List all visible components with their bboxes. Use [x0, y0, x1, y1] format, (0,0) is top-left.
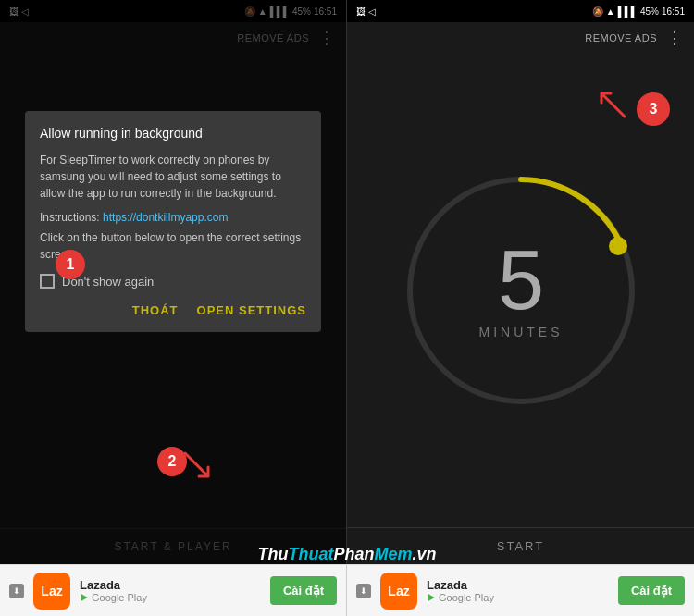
play-store-icon-left [80, 593, 89, 602]
mute-icon-right: 🔕 [592, 6, 603, 17]
watermark-phan: Phan [333, 545, 374, 563]
watermark-thuat: Thuat [288, 545, 333, 563]
install-btn-right[interactable]: Cài đặt [618, 576, 685, 605]
dialog-buttons: THOÁT OPEN SETTINGS [40, 303, 306, 317]
dialog-title: Allow running in background [40, 126, 306, 141]
ad-info-left: Lazada Google Play [80, 578, 261, 603]
dialog-body-text: For SleepTimer to work correctly on phon… [40, 152, 306, 202]
watermark-text: ThuThuatPhanMem.vn [257, 545, 436, 563]
signal-icon-right: ◁ [368, 6, 376, 17]
timer-area-right: 5 MINUTES 3 [347, 54, 694, 527]
step-3-arrow [592, 80, 638, 126]
dialog-overlay: Allow running in background For SleepTim… [0, 0, 346, 564]
ad-banners-row: ⬇ Laz Lazada Google Play Cài đặt ⬇ Laz L… [0, 564, 694, 616]
screens-container: 🖼 ◁ 🔕 ▲ ▌▌▌ 45% 16:51 REMOVE ADS ⋮ [0, 0, 694, 564]
watermark: ThuThuatPhanMem.vn [257, 545, 436, 564]
ad-banner-left: ⬇ Laz Lazada Google Play Cài đặt [0, 564, 347, 616]
menu-dots-right[interactable]: ⋮ [666, 30, 683, 46]
right-screen: 🖼 ◁ 🔕 ▲ ▌▌▌ 45% 16:51 REMOVE ADS ⋮ [347, 0, 694, 564]
dialog-box: Allow running in background For SleepTim… [25, 111, 321, 332]
ad-name-left: Lazada [80, 578, 261, 592]
step-2-arrow [180, 449, 217, 486]
svg-point-4 [609, 237, 627, 255]
open-settings-button[interactable]: OPEN SETTINGS [197, 303, 306, 317]
ad-info-right: Lazada Google Play [427, 578, 609, 603]
battery-right: 45% [640, 6, 659, 17]
wifi-icon-right: ▲ [606, 6, 615, 17]
exit-button[interactable]: THOÁT [132, 303, 179, 317]
install-btn-left[interactable]: Cài đặt [270, 576, 337, 605]
signal-bars-right: ▌▌▌ [618, 6, 638, 17]
play-store-icon-right [427, 593, 436, 602]
step-3-circle: 3 [637, 92, 670, 126]
status-left-icons-right: 🖼 ◁ [356, 6, 376, 17]
dont-show-checkbox[interactable] [40, 274, 55, 289]
watermark-thu: Thu [257, 545, 288, 563]
watermark-mem: Mem [374, 545, 412, 563]
time-right: 16:51 [662, 6, 685, 17]
status-bar-right: 🖼 ◁ 🔕 ▲ ▌▌▌ 45% 16:51 [347, 0, 694, 22]
svg-text:MINUTES: MINUTES [478, 325, 563, 339]
left-screen: 🖼 ◁ 🔕 ▲ ▌▌▌ 45% 16:51 REMOVE ADS ⋮ [0, 0, 347, 564]
instructions-label: Instructions: [40, 211, 100, 224]
ad-download-icon-right: ⬇ [356, 584, 371, 598]
top-bar-right: REMOVE ADS ⋮ [347, 22, 694, 54]
watermark-dot-vn: .vn [413, 545, 437, 563]
ad-download-icon-left: ⬇ [9, 584, 24, 598]
step-1-circle: 1 [56, 250, 85, 279]
ad-store-right: Google Play [427, 592, 609, 603]
lazada-icon-left: Laz [33, 573, 70, 610]
ad-name-right: Lazada [427, 578, 609, 592]
svg-text:5: 5 [497, 234, 543, 326]
status-right-info-right: 🔕 ▲ ▌▌▌ 45% 16:51 [592, 6, 685, 17]
dialog-link[interactable]: https://dontkillmyapp.com [103, 211, 228, 224]
timer-circle-svg: 5 MINUTES [382, 152, 660, 429]
start-label[interactable]: START [497, 539, 544, 553]
ad-store-left: Google Play [80, 592, 261, 603]
lazada-icon-right: Laz [380, 573, 417, 610]
ad-banner-right: ⬇ Laz Lazada Google Play Cài đặt [347, 564, 694, 616]
checkbox-row: Don't show again [40, 274, 306, 289]
dialog-instructions: Instructions: https://dontkillmyapp.com [40, 211, 306, 224]
remove-ads-btn-right[interactable]: REMOVE ADS [585, 32, 657, 43]
photo-icon-right: 🖼 [356, 6, 366, 17]
